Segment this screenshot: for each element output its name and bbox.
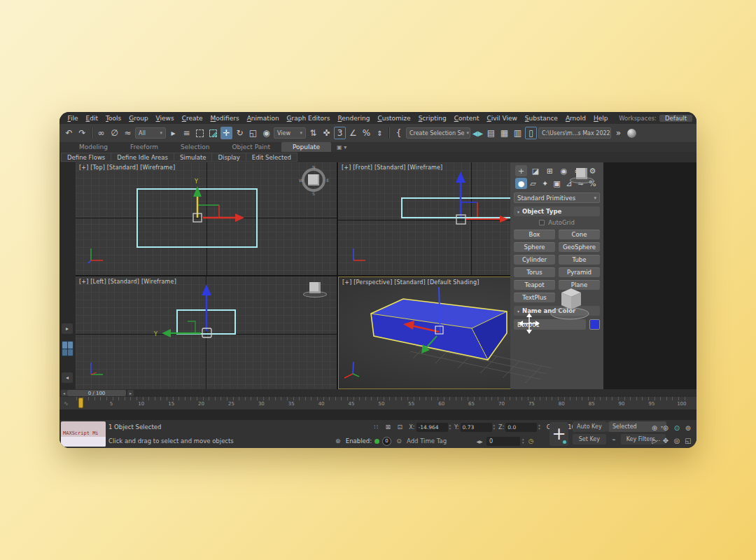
layout-expand-button[interactable]: ▸ xyxy=(62,323,73,334)
menu-help[interactable]: Help xyxy=(590,115,612,122)
viewport-front[interactable]: [+] [Front] [Standard] [Wireframe] xyxy=(338,162,603,275)
select-and-place-icon[interactable]: ◉ xyxy=(260,127,272,139)
maximize-viewport-icon[interactable]: ◱ xyxy=(682,434,694,447)
zoom-all-icon[interactable]: ⊛ xyxy=(660,421,671,434)
set-keys-plus-button[interactable]: + xyxy=(550,422,568,446)
spinner-snap-icon[interactable]: ⇕ xyxy=(374,127,386,139)
unlink-selection-icon[interactable]: ∅ xyxy=(108,127,120,139)
viewport-left[interactable]: [+] [Left] [Standard] [Wireframe] Y xyxy=(76,276,337,389)
selection-filter-dropdown[interactable]: All▾ xyxy=(135,127,166,139)
viewport-left-label[interactable]: [+] [Left] [Standard] [Wireframe] xyxy=(79,279,176,285)
ribbon-options-icon[interactable]: ▣ ▾ xyxy=(331,142,352,152)
timeline-ruler[interactable]: ∿ 05101520253035404550556065707580859095… xyxy=(59,397,696,410)
time-configuration-icon[interactable]: ◷ xyxy=(526,438,536,444)
edit-named-sets-icon[interactable]: { xyxy=(393,127,405,139)
ribbon-button-define-idle-areas[interactable]: Define Idle Areas xyxy=(111,153,174,162)
menu-create[interactable]: Create xyxy=(178,115,206,122)
select-by-name-icon[interactable]: ≡ xyxy=(181,127,192,139)
ribbon-tab-modeling[interactable]: Modeling xyxy=(68,142,119,152)
ribbon-button-simulate[interactable]: Simulate xyxy=(174,153,213,162)
ribbon-tab-object-paint[interactable]: Object Paint xyxy=(221,142,281,152)
redo-icon[interactable]: ↷ xyxy=(76,127,88,139)
zero-badge[interactable]: 0 xyxy=(382,437,391,446)
ribbon-toggle-icon[interactable]: ▯ xyxy=(525,127,537,139)
menu-tools[interactable]: Tools xyxy=(102,115,125,122)
pan-icon[interactable]: ✥ xyxy=(660,434,671,447)
viewport-top[interactable]: [+] [Top] [Standard] [Wireframe] Y xyxy=(76,162,337,275)
menu-animation[interactable]: Animation xyxy=(243,115,283,122)
spinner-icon[interactable]: ▴▾ xyxy=(449,424,451,430)
named-selection-set-dropdown[interactable]: Create Selection Se▾ xyxy=(406,127,470,139)
menu-content[interactable]: Content xyxy=(450,115,483,122)
time-slider[interactable]: 0 / 100 xyxy=(67,390,126,396)
menu-file[interactable]: File xyxy=(64,115,82,122)
select-and-link-icon[interactable]: ∞ xyxy=(95,127,107,139)
viewcube[interactable]: N E S W xyxy=(300,167,328,195)
zoom-extents-all-icon[interactable]: ⊚ xyxy=(682,421,694,434)
move-gizmo-left[interactable]: Y xyxy=(76,276,337,389)
key-tangent-icon[interactable]: ⌁ xyxy=(609,436,619,443)
render-production-icon[interactable] xyxy=(626,127,638,139)
menu-arnold[interactable]: Arnold xyxy=(561,115,589,122)
use-pivot-center-icon[interactable]: ⇅ xyxy=(307,127,319,139)
mini-curve-editor-icon[interactable]: ∿ xyxy=(64,400,69,407)
viewport-front-label[interactable]: [+] [Front] [Standard] [Wireframe] xyxy=(342,164,442,171)
menu-rendering[interactable]: Rendering xyxy=(334,115,374,122)
layer-explorer-icon[interactable]: ▥ xyxy=(512,127,524,139)
selection-lock-icon[interactable]: ⊠ xyxy=(383,424,393,430)
menu-customize[interactable]: Customize xyxy=(374,115,414,122)
menu-graph-editors[interactable]: Graph Editors xyxy=(283,115,334,122)
maxscript-mini-listener[interactable]: MAXScript Mi xyxy=(61,421,106,447)
select-and-move-icon[interactable]: ✛ xyxy=(220,127,232,139)
cached-playback-icon[interactable]: ⊛ xyxy=(333,438,343,444)
menu-substance[interactable]: Substance xyxy=(521,115,561,122)
bind-to-space-warp-icon[interactable]: ≈ xyxy=(122,127,134,139)
auto-key-button[interactable]: Auto Key xyxy=(573,421,606,432)
project-folder-dropdown[interactable]: C:\Users\m...s Max 2022▾ xyxy=(538,127,611,139)
ribbon-button-display[interactable]: Display xyxy=(212,153,246,162)
orbit-icon[interactable]: ◎ xyxy=(671,434,682,447)
spinner-icon[interactable]: ▴▾ xyxy=(538,424,540,430)
spinner-icon[interactable]: ▴▾ xyxy=(493,424,496,430)
select-and-scale-icon[interactable]: ◱ xyxy=(247,127,259,139)
select-and-manipulate-icon[interactable]: ✜ xyxy=(321,127,332,139)
undo-icon[interactable]: ↶ xyxy=(63,127,75,139)
workspaces-dropdown[interactable]: Default xyxy=(659,115,692,122)
ribbon-tab-freeform[interactable]: Freeform xyxy=(119,142,169,152)
viewport-layout-tabs-icon[interactable] xyxy=(62,341,74,356)
window-crossing-icon[interactable] xyxy=(207,127,219,139)
ribbon-button-define-flows[interactable]: Define Flows xyxy=(61,153,111,162)
move-gizmo-front[interactable] xyxy=(338,162,603,275)
move-gizmo-top[interactable]: Y xyxy=(76,162,337,275)
viewport-top-label[interactable]: [+] [Top] [Standard] [Wireframe] xyxy=(79,164,175,171)
menu-civil-view[interactable]: Civil View xyxy=(483,115,521,122)
reference-coordinate-dropdown[interactable]: View▾ xyxy=(274,127,306,139)
zoom-icon[interactable]: ⊕ xyxy=(649,421,660,434)
viewcube[interactable] xyxy=(570,168,594,183)
spinner-icon[interactable]: ▴▾ xyxy=(522,438,524,444)
toolbar-overflow-icon[interactable]: » xyxy=(612,127,624,139)
z-field[interactable]: 0.0 xyxy=(505,423,537,432)
percent-snap-icon[interactable]: % xyxy=(360,127,372,139)
set-key-button[interactable]: Set Key xyxy=(573,434,606,444)
key-mode-toggle-icon[interactable]: ◀▶ xyxy=(475,439,484,444)
viewport-perspective-label[interactable]: [+] [Perspective] [Standard] [Default Sh… xyxy=(342,279,479,286)
zoom-region-icon[interactable]: ▷ xyxy=(649,434,660,447)
add-time-tag[interactable]: Add Time Tag xyxy=(407,438,447,444)
menu-modifiers[interactable]: Modifiers xyxy=(206,115,243,122)
select-object-icon[interactable]: ▸ xyxy=(167,127,179,139)
angle-snap-icon[interactable]: ∠ xyxy=(347,127,359,139)
select-and-rotate-icon[interactable]: ↻ xyxy=(234,127,246,139)
menu-scripting[interactable]: Scripting xyxy=(414,115,450,122)
transform-gizmo-icon[interactable]: ∷ xyxy=(371,424,381,430)
align-icon[interactable]: ▤ xyxy=(485,127,497,139)
menu-views[interactable]: Views xyxy=(152,115,178,122)
time-marker[interactable] xyxy=(78,398,83,408)
ribbon-tab-selection[interactable]: Selection xyxy=(169,142,220,152)
snap-toggle-3d-icon[interactable]: 3 xyxy=(334,127,346,139)
perspective-scene[interactable] xyxy=(339,277,603,388)
mirror-icon[interactable]: ◀▶ xyxy=(472,127,484,139)
x-field[interactable]: -14.964 xyxy=(416,423,448,432)
viewport-perspective[interactable]: [+] [Perspective] [Standard] [Default Sh… xyxy=(338,276,603,389)
layout-collapse-button[interactable]: ◂ xyxy=(62,372,73,383)
